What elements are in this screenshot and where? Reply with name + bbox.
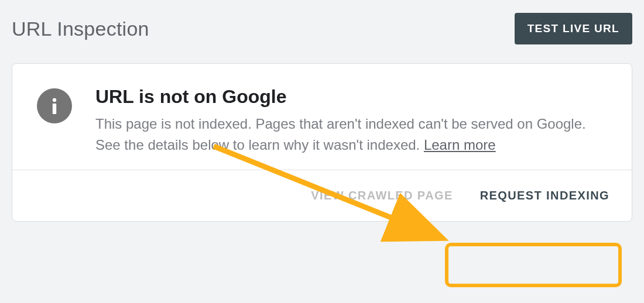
status-description-text: This page is not indexed. Pages that are…: [95, 116, 586, 153]
status-heading: URL is not on Google: [95, 86, 607, 108]
status-description: This page is not indexed. Pages that are…: [95, 113, 607, 156]
svg-rect-1: [53, 104, 56, 114]
page-title: URL Inspection: [12, 18, 149, 40]
view-crawled-page-button: VIEW CRAWLED PAGE: [311, 189, 453, 202]
request-indexing-button[interactable]: REQUEST INDEXING: [472, 183, 618, 208]
svg-point-0: [53, 98, 56, 102]
test-live-url-button[interactable]: TEST LIVE URL: [515, 13, 632, 44]
info-icon: [37, 88, 72, 123]
annotation-highlight-box: [445, 243, 622, 287]
learn-more-link[interactable]: Learn more: [424, 137, 496, 153]
status-card: URL is not on Google This page is not in…: [12, 63, 632, 222]
